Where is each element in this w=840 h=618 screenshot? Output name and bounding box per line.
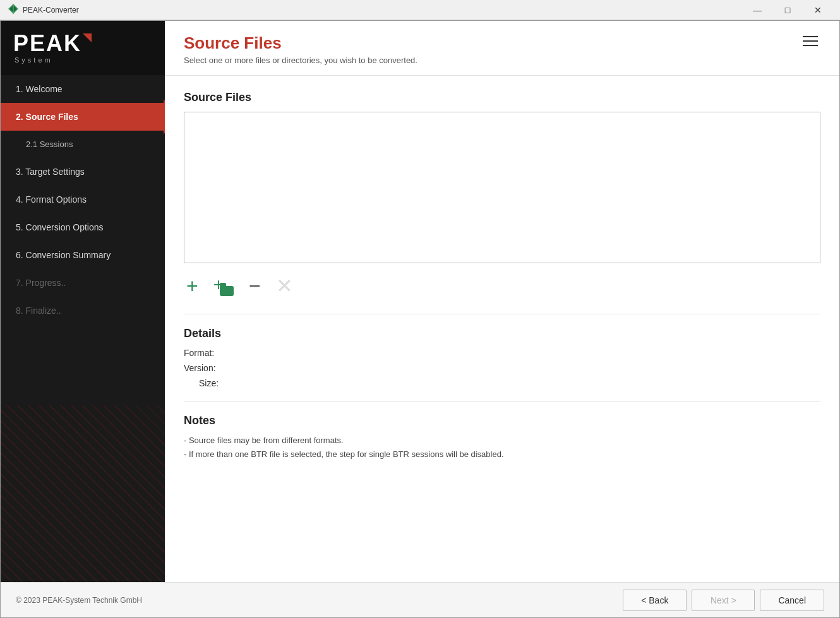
sidebar-item-target-settings[interactable]: 3. Target Settings <box>1 158 165 186</box>
clear-icon: ✕ <box>276 276 293 296</box>
main-panel: Source Files Select one or more files or… <box>165 21 839 582</box>
notes-line-1: - Source files may be from different for… <box>184 434 820 448</box>
minimize-button[interactable]: — <box>743 0 772 20</box>
format-label: Format: <box>184 348 234 358</box>
add-file-icon: + <box>186 276 198 296</box>
footer: © 2023 PEAK-System Technik GmbH < Back N… <box>1 582 839 617</box>
copyright: © 2023 PEAK-System Technik GmbH <box>16 596 142 605</box>
hamburger-line-2 <box>803 40 818 42</box>
title-bar: PEAK-Converter — □ ✕ <box>0 0 840 20</box>
content-area: PEAK System 1. Welcome 2. Source Files 2… <box>1 21 839 582</box>
sidebar-item-progress: 7. Progress.. <box>1 269 165 297</box>
add-folder-icon: + <box>213 276 234 296</box>
app-icon <box>8 3 19 17</box>
sidebar-item-welcome[interactable]: 1. Welcome <box>1 75 165 103</box>
logo-system: System <box>15 56 53 64</box>
cancel-button[interactable]: Cancel <box>760 590 824 611</box>
hamburger-line-1 <box>803 36 818 37</box>
notes-title: Notes <box>184 414 820 427</box>
main-window: PEAK System 1. Welcome 2. Source Files 2… <box>0 20 840 618</box>
sidebar-item-conversion-summary[interactable]: 6. Conversion Summary <box>1 241 165 269</box>
notes-line-2: - If more than one BTR file is selected,… <box>184 448 820 461</box>
logo-accent <box>83 33 92 42</box>
detail-row-format: Format: <box>184 348 820 358</box>
sidebar-nav: 1. Welcome 2. Source Files 2.1 Sessions … <box>1 75 165 582</box>
detail-row-size: Size: <box>184 378 820 388</box>
divider-2 <box>184 401 820 401</box>
menu-button[interactable] <box>800 33 820 49</box>
divider-1 <box>184 314 820 314</box>
notes-text: - Source files may be from different for… <box>184 434 820 461</box>
file-list-box[interactable] <box>184 112 820 263</box>
sidebar-item-finalize: 8. Finalize.. <box>1 297 165 324</box>
main-header: Source Files Select one or more files or… <box>165 21 839 76</box>
hamburger-line-3 <box>803 45 818 46</box>
window-controls: — □ ✕ <box>743 0 832 20</box>
page-subtitle: Select one or more files or directories,… <box>184 56 417 65</box>
sidebar-item-sessions[interactable]: 2.1 Sessions <box>1 131 165 158</box>
sidebar-bg-pattern <box>1 405 165 582</box>
size-label: Size: <box>199 378 249 388</box>
maximize-button[interactable]: □ <box>773 0 802 20</box>
sidebar-logo: PEAK System <box>1 21 165 75</box>
sidebar-item-conversion-options[interactable]: 5. Conversion Options <box>1 213 165 241</box>
details-title: Details <box>184 327 820 340</box>
main-content: Source Files + + − <box>165 76 839 582</box>
app-title: PEAK-Converter <box>23 6 743 15</box>
detail-row-version: Version: <box>184 363 820 373</box>
sidebar-item-source-files[interactable]: 2. Source Files <box>1 103 165 131</box>
remove-icon: − <box>249 276 261 296</box>
logo-peak: PEAK <box>13 32 92 55</box>
add-folder-button[interactable]: + <box>211 273 236 299</box>
header-left: Source Files Select one or more files or… <box>184 33 417 65</box>
sidebar: PEAK System 1. Welcome 2. Source Files 2… <box>1 21 165 582</box>
back-button[interactable]: < Back <box>623 590 687 611</box>
page-title: Source Files <box>184 33 417 53</box>
toolbar-row: + + − ✕ <box>184 273 820 299</box>
details-section: Details Format: Version: Size: <box>184 327 820 388</box>
sidebar-item-format-options[interactable]: 4. Format Options <box>1 186 165 213</box>
close-button[interactable]: ✕ <box>803 0 832 20</box>
version-label: Version: <box>184 363 234 373</box>
add-file-button[interactable]: + <box>184 273 201 299</box>
source-files-title: Source Files <box>184 91 820 104</box>
remove-button[interactable]: − <box>246 273 263 299</box>
next-button: Next > <box>692 590 755 611</box>
notes-section: Notes - Source files may be from differe… <box>184 414 820 461</box>
clear-button: ✕ <box>273 273 296 299</box>
footer-buttons: < Back Next > Cancel <box>623 590 824 611</box>
